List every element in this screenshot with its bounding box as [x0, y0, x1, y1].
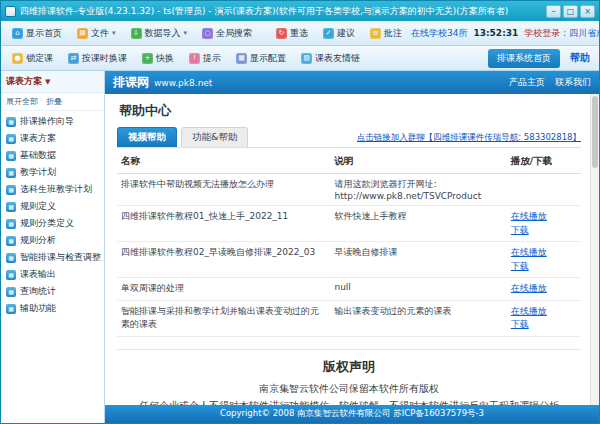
copyright-line-1: 任何企业或个人不得对本软件进行功能模仿、软件破解，不得对本软件进行反向工程和逻辑… [117, 397, 581, 406]
row-name: 排课软件中帮助视频无法播放怎么办理 [117, 174, 330, 206]
toolbar-top-tool-0[interactable]: ↻重选 [270, 24, 314, 43]
scheduling-home-button[interactable]: 排课系统首页 [488, 49, 560, 68]
display-config-icon: ▦ [236, 53, 247, 64]
toolbar-second-buttons: ●锁定课⇄按课时换课+快换!提示▦显示配置▧课表友情链 [6, 49, 366, 68]
site-nav-link-0[interactable]: 产品主页 [509, 76, 545, 89]
row-links: 在线播放下载 [507, 300, 581, 336]
footer-text: Copyright© 2008 南京集智云软件有限公司 苏ICP备1603757… [220, 408, 484, 420]
toolbar-top-tools: ↻重选✓建议≡批注 [270, 24, 408, 43]
home-icon: ⌂ [12, 28, 23, 39]
main-panel: 排课网 www.pk8.net 产品主页联系我们 帮助中心 视频帮助功能&帮助 … [105, 71, 599, 423]
sidebar-item-8[interactable]: ▦智能排课与检查调整 [1, 249, 104, 266]
sidebar-item-label: 查询统计 [20, 285, 56, 298]
toolbar-second-button-5[interactable]: ▧课表友情链 [295, 49, 366, 68]
toolbar-second-button-4[interactable]: ▦显示配置 [230, 49, 292, 68]
expand-all-button[interactable]: 展开全部 [6, 96, 38, 107]
sidebar-item-7[interactable]: ▦规则分析 [1, 232, 104, 249]
window-title: 四维排课软件-专业版(4.23.1.32) - ts(管理员) - 演示(课表方… [20, 5, 542, 18]
minimize-button[interactable]: – [546, 5, 561, 18]
collapse-button[interactable]: 折叠 [46, 96, 62, 107]
scheme-selector[interactable]: 课表方案 ▼ [1, 71, 104, 93]
sidebar-item-label: 规则分析 [20, 234, 56, 247]
toolbar-top-tool-2[interactable]: ≡批注 [364, 24, 408, 43]
site-footer: Copyright© 2008 南京集智云软件有限公司 苏ICP备1603757… [105, 405, 599, 423]
chevron-down-icon: ▾ [184, 29, 188, 37]
tree-node-icon: ▦ [6, 134, 16, 144]
download-link[interactable]: 下载 [511, 224, 577, 238]
window-body: 课表方案 ▼ 展开全部 折叠 ▦排课操作向导▦课表方案▦基础数据▦教学计划▦选科… [1, 71, 599, 423]
toolbar-second-button-3[interactable]: !提示 [183, 49, 227, 68]
sidebar-item-label: 课表方案 [20, 132, 56, 145]
sidebar-item-10[interactable]: ▦查询统计 [1, 283, 104, 300]
window-controls: – □ × [546, 5, 595, 18]
clock: 13:52:31 [473, 28, 518, 38]
sidebar-item-4[interactable]: ▦选科生班教学计划 [1, 181, 104, 198]
toolbar-top: ⌂显示首页▤文件▾⇩数据导入▾○全局搜索 ↻重选✓建议≡批注 在线学校34所 1… [1, 21, 599, 46]
tree-controls: 展开全部 折叠 [1, 93, 104, 111]
toolbar-second-button-label-0: 锁定课 [26, 52, 53, 65]
site-nav-link-1[interactable]: 联系我们 [555, 76, 591, 89]
copyright-section: 版权声明 南京集智云软件公司保留本软件所有版权任何企业或个人不得对本软件进行功能… [117, 349, 581, 406]
tree-node-icon: ▦ [6, 253, 16, 263]
school-link[interactable]: 四川省成都市航天中学校(高中) [569, 28, 600, 38]
sidebar-item-9[interactable]: ▦课表输出 [1, 266, 104, 283]
toolbar-second-button-2[interactable]: +快换 [136, 49, 180, 68]
help-button[interactable]: 帮助 [566, 51, 594, 65]
swap-course-icon: ⇄ [68, 53, 79, 64]
tree-node-icon: ▦ [6, 185, 16, 195]
toolbar-top-button-2[interactable]: ⇩数据导入▾ [125, 24, 194, 43]
toolbar-top-button-label-0: 显示首页 [26, 27, 62, 40]
app-window: 四维排课软件-专业版(4.23.1.32) - ts(管理员) - 演示(课表方… [0, 0, 600, 424]
vertical-scrollbar[interactable] [590, 94, 599, 405]
reselect-icon: ↻ [276, 28, 287, 39]
sidebar-item-label: 规则定义 [20, 200, 56, 213]
site-brand[interactable]: 排课网 [113, 74, 149, 91]
maximize-button[interactable]: □ [563, 5, 578, 18]
search-icon: ○ [202, 28, 213, 39]
toolbar-top-button-label-1: 文件 [91, 27, 109, 40]
tree-node-icon: ▦ [6, 168, 16, 178]
toolbar-top-button-1[interactable]: ▤文件▾ [71, 24, 122, 43]
sidebar-item-11[interactable]: ▦辅助功能 [1, 300, 104, 317]
sidebar-item-3[interactable]: ▦教学计划 [1, 164, 104, 181]
download-link[interactable]: 下载 [511, 260, 577, 274]
row-description: 输出课表变动过的元素的课表 [330, 300, 506, 336]
site-url[interactable]: www.pk8.net [154, 78, 212, 88]
sidebar-item-0[interactable]: ▦排课操作向导 [1, 113, 104, 130]
row-name: 智能排课与采排和教学计划并输出课表变动过的元素的课表 [117, 300, 330, 336]
toolbar-second-button-label-3: 提示 [203, 52, 221, 65]
play-online-link[interactable]: 在线播放 [511, 282, 577, 296]
lock-icon: ● [12, 53, 23, 64]
row-links: 在线播放 [507, 278, 581, 301]
tab-1[interactable]: 功能&帮助 [181, 127, 248, 147]
close-button[interactable]: × [580, 5, 595, 18]
tab-0[interactable]: 视频帮助 [117, 127, 177, 147]
toolbar-top-buttons: ⌂显示首页▤文件▾⇩数据导入▾○全局搜索 [6, 24, 258, 43]
sidebar-item-1[interactable]: ▦课表方案 [1, 130, 104, 147]
toolbar-top-tool-label-2: 批注 [384, 27, 402, 40]
play-online-link[interactable]: 在线播放 [511, 246, 577, 260]
qq-group-link[interactable]: 点击链接加入群聊【四维排课课件传瑞导航: 583302818】 [357, 132, 581, 147]
scrollbar-thumb[interactable] [592, 96, 598, 168]
table-column-header-2: 播放/下载 [507, 150, 581, 174]
toolbar-top-button-3[interactable]: ○全局搜索 [196, 24, 258, 43]
sidebar-item-label: 教学计划 [20, 166, 56, 179]
sidebar: 课表方案 ▼ 展开全部 折叠 ▦排课操作向导▦课表方案▦基础数据▦教学计划▦选科… [1, 71, 105, 423]
row-name: 四维排课软件教程02_早读晚自修排课_2022_03 [117, 242, 330, 278]
sidebar-item-2[interactable]: ▦基础数据 [1, 147, 104, 164]
toolbar-top-button-0[interactable]: ⌂显示首页 [6, 24, 68, 43]
sidebar-item-5[interactable]: ▦规则定义 [1, 198, 104, 215]
online-schools-link[interactable]: 在线学校34所 [411, 27, 467, 40]
toolbar-second-button-0[interactable]: ●锁定课 [6, 49, 59, 68]
sidebar-item-label: 规则分类定义 [20, 217, 74, 230]
sidebar-item-6[interactable]: ▦规则分类定义 [1, 215, 104, 232]
play-online-link[interactable]: 在线播放 [511, 210, 577, 224]
play-online-link[interactable]: 在线播放 [511, 305, 577, 319]
toolbar-top-tool-label-1: 建议 [337, 27, 355, 40]
sidebar-item-label: 辅助功能 [20, 302, 56, 315]
download-link[interactable]: 下载 [511, 318, 577, 332]
toolbar-top-tool-1[interactable]: ✓建议 [317, 24, 361, 43]
copyright-lines: 南京集智云软件公司保留本软件所有版权任何企业或个人不得对本软件进行功能模仿、软件… [117, 380, 581, 406]
toolbar-second-button-1[interactable]: ⇄按课时换课 [62, 49, 133, 68]
toolbar-second-button-label-5: 课表友情链 [315, 52, 360, 65]
